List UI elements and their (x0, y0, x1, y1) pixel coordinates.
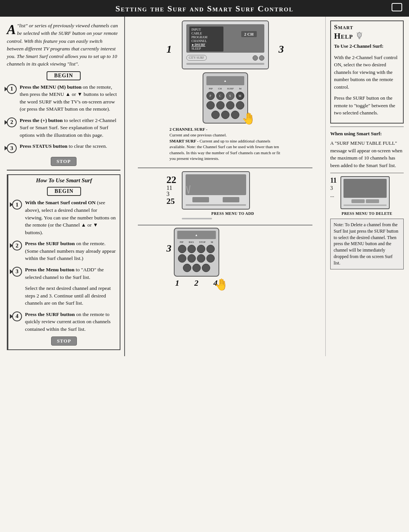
right-para2: Press the SURF button on the remote to "… (334, 94, 400, 117)
begin-label-2: BEGIN (47, 187, 81, 196)
bottom-step-3: 3 (167, 243, 172, 254)
remote-btn-pip: P (206, 92, 215, 100)
smart-step-text-3: Press the Menu button to "ADD" the selec… (25, 266, 116, 281)
bottom-step-row: 1 2 4 (174, 278, 219, 288)
step-text-2: Press the (+) button to select either 2-… (20, 117, 120, 139)
smart-step-arrow-2 (10, 243, 13, 248)
middle-tv-bar (186, 204, 246, 206)
remote-box-top: ▲ PIP CH SURF M P C S M (203, 72, 248, 124)
bottom-remote-btns-row3 (177, 264, 216, 272)
middle-cable (182, 218, 212, 219)
step-arrow-3 (5, 146, 8, 150)
surf-menu-table-text: A "SURF MENU TABLE FULL" message will ap… (330, 139, 404, 169)
drop-cap: A (7, 23, 16, 36)
stop-label-2: STOP (51, 336, 77, 346)
middle-tv-area: PRESS MENU TO ADD (182, 171, 284, 219)
bottom-diagram: 3 ▲ PIP RKS STOP M (167, 228, 284, 288)
step-num-1: 1 (7, 84, 17, 94)
smart-step-num-label-2: 2 (16, 243, 19, 249)
step-text-1: Press the MENU (M) button on the remote,… (20, 83, 120, 113)
top-diagram: 1 3 INPUT CABLE PROGRAM CHANNEL ►DSURF S… (167, 20, 284, 161)
smart-step-3: 3 Press the Menu button to "ADD" the sel… (12, 266, 116, 281)
bot-btn-6 (187, 254, 196, 263)
note-text: Note: To Delete a channel from the Surf … (334, 222, 398, 266)
remote-btn-r3-2 (221, 111, 229, 119)
middle-ctrl-1 (192, 197, 209, 202)
bot-btn-1 (178, 245, 186, 253)
top-diagram-num-3: 3 (279, 43, 284, 55)
smart-step-3b-text: Select the next desired channel and repe… (25, 285, 116, 307)
bottom-step-nums-left: 3 (167, 243, 172, 254)
middle-tv-controls (186, 197, 246, 202)
smart-step-text-4: Press the SURF button on the remote to q… (25, 311, 116, 333)
right-tv-box (340, 176, 390, 209)
smart-surf-title: How To Use Smart Surf (12, 177, 116, 184)
tv-box: INPUT CABLE PROGRAM CHANNEL ►DSURF SLEEP… (182, 20, 269, 69)
smart-step-num-label-4: 4 (16, 313, 19, 319)
bottom-label-m2: M (211, 241, 213, 244)
right-tv-screen (343, 179, 387, 198)
remote-label-m: M (239, 87, 241, 90)
right-tv-area: 11 3 ... PRESS MENU TO DELETE (330, 176, 404, 216)
stop-badge-2: STOP (12, 336, 116, 346)
right-ch-3: 3 (330, 185, 333, 191)
smart-step-text-2: Press the SURF button on the remote. (So… (25, 240, 116, 262)
smart-step-num-1: 1 (12, 200, 22, 210)
right-column: Smart Help To Use 2-Channel Surf: With t… (326, 17, 409, 356)
bottom-remote-box: ▲ PIP RKS STOP M (174, 228, 219, 277)
right-tv-bar (343, 205, 387, 206)
center-divider-2 (138, 225, 313, 225)
bottom-label-pip: PIP (180, 241, 183, 244)
channel-desc-2ch: 2 CHANNEL SURF - (170, 127, 208, 131)
remote-labels-top: PIP CH SURF M (206, 87, 244, 90)
svg-rect-2 (359, 38, 360, 39)
svg-line-4 (357, 33, 357, 33)
middle-tv-screen (186, 174, 246, 195)
help-subtitle: Help (334, 31, 400, 41)
center-divider-1 (138, 167, 313, 168)
step-arrow-1 (5, 87, 8, 91)
smart-surf-box: How To Use Smart Surf BEGIN 1 With the S… (7, 174, 120, 350)
bottom-remote-btns-row1 (177, 245, 216, 253)
press-menu-delete-label: PRESS MENU TO DELETE (330, 211, 404, 216)
main-layout: A "list" or series of previously viewed … (0, 17, 409, 356)
bottom-step-2: 2 (194, 278, 198, 288)
remote-btn-r3-3 (231, 111, 239, 119)
remote-btn-surf: S (226, 92, 234, 100)
tv-bar (186, 63, 264, 65)
tv-menu-channel: CHANNEL (192, 39, 221, 43)
step-num-label-2: 2 (10, 119, 13, 125)
bot-btn-5 (178, 254, 186, 263)
bot-btn-8 (206, 254, 215, 263)
tv-city-surf-btn: CITY SURF (186, 55, 207, 61)
right-divider-2 (330, 173, 404, 173)
channel-description: 2 CHANNEL SURF - Current and one previou… (170, 127, 284, 161)
svg-line-5 (362, 33, 362, 33)
remote-btn-ch: C (216, 92, 225, 100)
tv-menu-dsurf: ►DSURF (192, 43, 221, 47)
smart-step-arrow-3 (10, 269, 13, 274)
tv-ctrl-2 (259, 55, 264, 61)
stop-label-1: STOP (51, 157, 76, 166)
hand-icon-top: 🤚 (242, 112, 256, 125)
tv-2ch-badge: 2 CH (241, 31, 257, 37)
right-ch-dots: ... (330, 192, 334, 198)
right-channel-display: 11 3 ... (330, 176, 404, 209)
smart-step-text-1: With the Smart Surf control ON (see abov… (25, 199, 116, 236)
right-ch-11: 11 (330, 177, 337, 184)
bottom-remote-screen: ▲ (177, 231, 216, 239)
remote-label-pip: PIP (209, 87, 213, 90)
middle-ctrl-2 (223, 197, 239, 202)
tv-menu-program: PROGRAM (192, 35, 221, 39)
bot-btn-4 (206, 245, 215, 253)
lightbulb-icon (355, 32, 364, 40)
begin-label: BEGIN (47, 71, 81, 80)
tv-menu-input: INPUT (192, 28, 221, 31)
remote-btn-r3-1 (211, 111, 220, 119)
bot-btn-3 (197, 245, 205, 253)
right-ctrl-2 (366, 199, 379, 203)
press-menu-add-label: PRESS MENU TO ADD (182, 211, 284, 216)
svg-point-0 (357, 33, 362, 38)
step-num-label-3: 3 (10, 145, 13, 152)
middle-channels: 22 11 3 25 (167, 175, 176, 205)
